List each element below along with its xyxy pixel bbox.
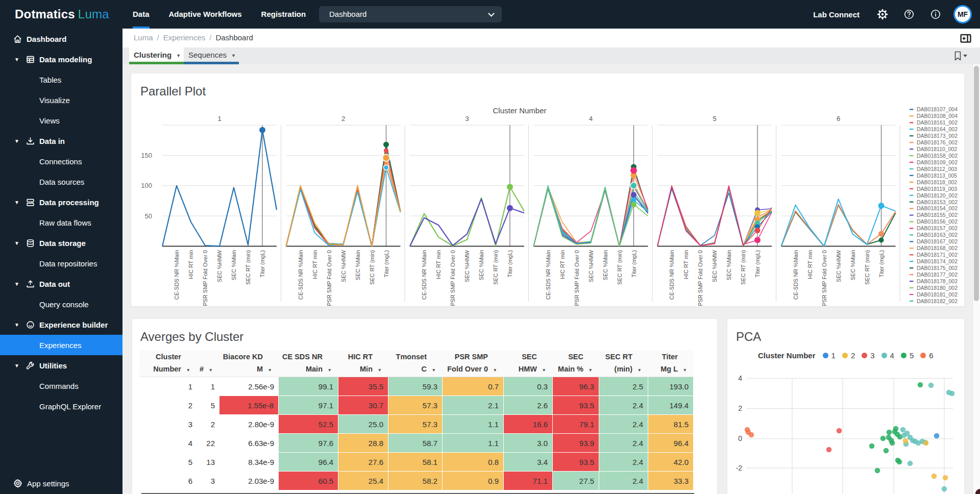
svg-text:DAB018119_003: DAB018119_003 (917, 186, 957, 192)
svg-text:HIC RT min: HIC RT min (683, 250, 689, 279)
svg-text:DAB018173_002: DAB018173_002 (917, 133, 958, 139)
svg-text:PSR SMP Fold Over 0: PSR SMP Fold Over 0 (697, 250, 703, 306)
svg-text:DAB018158_002: DAB018158_002 (917, 153, 958, 159)
svg-text:HIC RT min: HIC RT min (807, 250, 813, 279)
svg-text:4: 4 (738, 374, 742, 382)
svg-text:SEC %Main: SEC %Main (726, 250, 732, 280)
svg-text:PSR SMP Fold Over 0: PSR SMP Fold Over 0 (326, 250, 332, 306)
svg-text:HIC RT min: HIC RT min (312, 250, 318, 279)
svg-text:DAB018112_003: DAB018112_003 (917, 166, 957, 172)
svg-text:6: 6 (837, 115, 840, 122)
svg-text:SEC RT (min): SEC RT (min) (740, 250, 746, 285)
svg-text:SEC %Main: SEC %Main (850, 250, 856, 280)
svg-text:SEC %Main: SEC %Main (355, 250, 361, 280)
svg-text:100: 100 (141, 182, 152, 189)
svg-text:Titer (mgL): Titer (mgL) (631, 250, 637, 277)
svg-text:DAB018153_002: DAB018153_002 (917, 199, 958, 205)
svg-text:Titer (mgL): Titer (mgL) (754, 250, 761, 277)
svg-text:DAB018181_002: DAB018181_002 (917, 291, 958, 298)
svg-text:3: 3 (465, 115, 469, 122)
svg-text:HIC RT min: HIC RT min (188, 250, 194, 279)
svg-text:50: 50 (145, 212, 152, 220)
svg-text:CE-SDS NR %Main: CE-SDS NR %Main (793, 250, 799, 300)
svg-text:PSR SMP Fold Over 0: PSR SMP Fold Over 0 (821, 250, 827, 306)
svg-text:SEC RT (min): SEC RT (min) (493, 250, 499, 285)
svg-text:DAB018171_002: DAB018171_002 (917, 252, 958, 258)
svg-text:SEC %Main: SEC %Main (231, 250, 237, 280)
svg-text:PSR SMP Fold Over 0: PSR SMP Fold Over 0 (450, 250, 456, 306)
svg-text:DAB018163_002: DAB018163_002 (917, 232, 958, 238)
svg-text:SEC %Main: SEC %Main (478, 250, 484, 280)
svg-text:DAB018178_002: DAB018178_002 (917, 278, 958, 284)
svg-text:DAB018174_002: DAB018174_002 (917, 258, 958, 264)
svg-text:-2: -2 (736, 464, 743, 472)
svg-text:DAB018109_002: DAB018109_002 (917, 159, 958, 165)
svg-text:5: 5 (713, 115, 716, 122)
svg-text:DAB018108_004: DAB018108_004 (917, 113, 958, 119)
svg-text:DAB018107_004: DAB018107_004 (917, 106, 958, 112)
svg-text:Titer (mgL): Titer (mgL) (507, 250, 513, 277)
svg-text:DAB018161_002: DAB018161_002 (917, 119, 958, 126)
svg-text:SEC %Main: SEC %Main (602, 250, 608, 280)
svg-text:2: 2 (341, 115, 345, 122)
svg-text:DAB018154_002: DAB018154_002 (917, 205, 958, 211)
svg-text:PSR SMP Fold Over 0: PSR SMP Fold Over 0 (202, 250, 208, 306)
svg-text:DAB018110_002: DAB018110_002 (917, 146, 957, 152)
svg-text:CE-SDS NR %Main: CE-SDS NR %Main (669, 250, 675, 300)
svg-text:Titer (mgL): Titer (mgL) (878, 250, 885, 277)
svg-text:DAB018120_002: DAB018120_002 (917, 192, 958, 199)
svg-text:SEC %HMW: SEC %HMW (340, 250, 347, 282)
svg-text:CE-SDS NR %Main: CE-SDS NR %Main (174, 250, 180, 300)
svg-text:DAB018164_002: DAB018164_002 (917, 126, 958, 132)
svg-text:SEC RT (min): SEC RT (min) (864, 250, 870, 285)
svg-text:SEC RT (min): SEC RT (min) (369, 250, 375, 285)
svg-text:HIC RT min: HIC RT min (435, 250, 442, 279)
svg-text:DAB018118_002: DAB018118_002 (917, 179, 957, 185)
svg-text:DAB018113_005: DAB018113_005 (917, 172, 957, 179)
svg-text:HIC RT min: HIC RT min (559, 250, 566, 279)
svg-text:DAB018175_002: DAB018175_002 (917, 265, 958, 271)
svg-text:DAB018155_002: DAB018155_002 (917, 212, 958, 218)
svg-text:SEC %HMW: SEC %HMW (712, 250, 718, 282)
svg-text:1: 1 (217, 115, 221, 122)
svg-text:SEC %HMW: SEC %HMW (836, 250, 842, 282)
svg-text:CE-SDS NR %Main: CE-SDS NR %Main (421, 250, 427, 300)
svg-text:PSR SMP Fold Over 0: PSR SMP Fold Over 0 (574, 250, 580, 306)
svg-text:SEC %HMW: SEC %HMW (588, 250, 594, 282)
svg-text:DAB018180_002: DAB018180_002 (917, 285, 958, 291)
svg-text:SEC RT (min): SEC RT (min) (245, 250, 251, 285)
svg-text:SEC %HMW: SEC %HMW (464, 250, 470, 282)
svg-text:DAB018157_002: DAB018157_002 (917, 225, 958, 231)
svg-text:4: 4 (589, 115, 593, 122)
svg-text:Titer (mgL): Titer (mgL) (259, 250, 265, 277)
svg-text:CE-SDS NR %Main: CE-SDS NR %Main (545, 250, 551, 300)
svg-text:DAB018167_002: DAB018167_002 (917, 238, 958, 244)
svg-text:CE-SDS NR %Main: CE-SDS NR %Main (298, 250, 304, 300)
svg-text:DAB018176_002: DAB018176_002 (917, 139, 958, 145)
svg-text:150: 150 (141, 152, 152, 159)
svg-text:Titer (mgL): Titer (mgL) (383, 250, 389, 277)
svg-text:0: 0 (738, 434, 742, 442)
svg-text:2: 2 (738, 404, 742, 412)
svg-text:DAB018177_002: DAB018177_002 (917, 271, 958, 278)
svg-text:SEC %HMW: SEC %HMW (216, 250, 223, 282)
svg-text:Cluster Number: Cluster Number (493, 106, 546, 115)
svg-text:DAB018168_002: DAB018168_002 (917, 245, 958, 251)
svg-text:DAB018156_002: DAB018156_002 (917, 218, 958, 225)
svg-text:DAB018182_002: DAB018182_002 (917, 298, 958, 304)
svg-text:SEC RT (min): SEC RT (min) (617, 250, 623, 285)
